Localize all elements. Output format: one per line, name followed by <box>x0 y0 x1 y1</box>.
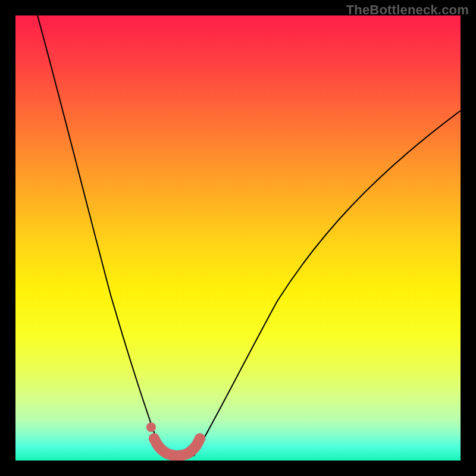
outer-frame: TheBottleneck.com <box>0 0 476 476</box>
marker-trough-icon <box>154 439 200 456</box>
right-curve <box>194 111 461 456</box>
left-curve <box>37 15 162 456</box>
watermark-text: TheBottleneck.com <box>346 2 469 18</box>
plot-area <box>15 15 461 461</box>
marker-dot-icon <box>146 422 156 432</box>
curve-layer <box>15 15 461 461</box>
